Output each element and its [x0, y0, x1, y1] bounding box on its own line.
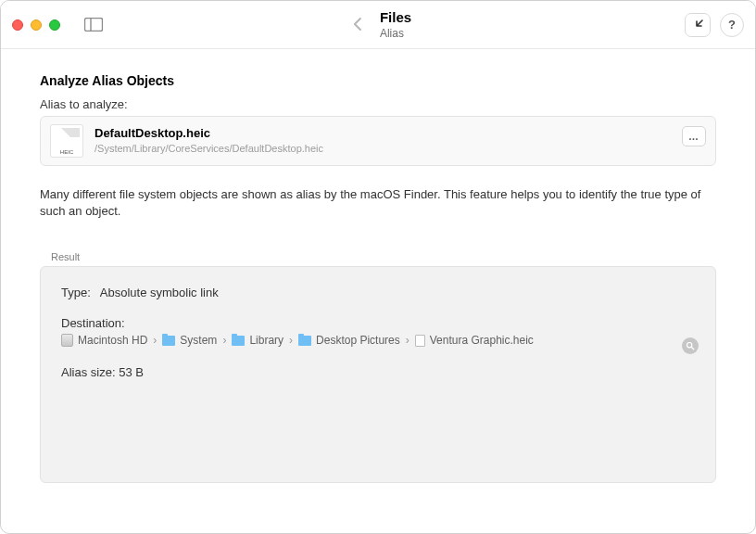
chevron-left-icon — [353, 17, 362, 32]
result-group-label: Result — [51, 251, 716, 262]
breadcrumb-root[interactable]: Macintosh HD — [61, 334, 147, 347]
file-texts: DefaultDesktop.heic /System/Library/Core… — [94, 126, 323, 155]
breadcrumb-file[interactable]: Ventura Graphic.heic — [415, 334, 534, 347]
alias-size-row: Alias size: 53 B — [61, 365, 695, 379]
ellipsis-icon: … — [688, 131, 699, 142]
back-button[interactable] — [345, 11, 371, 37]
type-row: Type: Absolute symbolic link — [61, 286, 695, 299]
file-thumb-label: HEIC — [60, 149, 73, 155]
window-subtitle: Alias — [380, 27, 411, 40]
chevron-right-icon: › — [289, 334, 293, 347]
window-title: Files — [380, 9, 411, 26]
toolbar-right: ? — [685, 13, 744, 37]
reveal-in-finder-button[interactable] — [682, 337, 699, 354]
titlebar: Files Alias ? — [1, 1, 755, 49]
file-icon — [415, 335, 425, 347]
app-window: Files Alias ? Analyze Alias Objects Alia… — [0, 0, 756, 534]
help-button[interactable]: ? — [720, 13, 744, 37]
folder-icon — [232, 336, 245, 346]
destination-row: Destination: Macintosh HD › System › — [61, 316, 695, 347]
result-group: Result Type: Absolute symbolic link Dest… — [40, 251, 716, 483]
chevron-right-icon: › — [153, 334, 157, 347]
folder-icon — [298, 336, 311, 346]
svg-rect-0 — [85, 19, 103, 32]
traffic-lights — [12, 19, 60, 31]
destination-breadcrumb: Macintosh HD › System › Library › — [61, 334, 695, 347]
selected-file-path: /System/Library/CoreServices/DefaultDesk… — [94, 142, 323, 155]
window-minimize-button[interactable] — [31, 19, 42, 31]
content-area: Analyze Alias Objects Alias to analyze: … — [1, 49, 755, 534]
destination-label: Destination: — [61, 316, 695, 330]
svg-line-3 — [691, 348, 694, 350]
result-box: Type: Absolute symbolic link Destination… — [40, 266, 716, 483]
type-value: Absolute symbolic link — [100, 286, 219, 299]
feature-description: Many different file system objects are s… — [40, 186, 707, 220]
title-area: Files Alias — [345, 9, 411, 40]
breadcrumb-label: Ventura Graphic.heic — [430, 334, 534, 347]
breadcrumb-folder[interactable]: Library — [232, 334, 284, 347]
breadcrumb-folder[interactable]: Desktop Pictures — [298, 334, 400, 347]
arrow-down-left-icon — [691, 19, 704, 32]
breadcrumb-label: System — [180, 334, 217, 347]
sidebar-icon — [84, 18, 103, 32]
file-drop-well[interactable]: HEIC DefaultDesktop.heic /System/Library… — [40, 116, 716, 166]
window-close-button[interactable] — [12, 19, 23, 31]
breadcrumb-label: Library — [249, 334, 284, 347]
alias-field-label: Alias to analyze: — [40, 97, 716, 111]
selected-file-name: DefaultDesktop.heic — [94, 126, 323, 142]
chevron-right-icon: › — [222, 334, 226, 347]
chevron-right-icon: › — [406, 334, 410, 347]
alias-size-value: 53 B — [119, 365, 144, 379]
window-fullscreen-button[interactable] — [49, 19, 60, 31]
breadcrumb-label: Desktop Pictures — [316, 334, 400, 347]
toggle-sidebar-button[interactable] — [81, 15, 107, 35]
section-header: Analyze Alias Objects — [40, 73, 716, 88]
question-mark-icon: ? — [728, 18, 736, 32]
file-thumbnail: HEIC — [50, 124, 83, 158]
collapse-button[interactable] — [685, 13, 711, 37]
breadcrumb-folder[interactable]: System — [162, 334, 217, 347]
magnifying-glass-icon — [686, 341, 695, 350]
folder-icon — [162, 336, 175, 346]
alias-size-label: Alias size: — [61, 365, 116, 379]
file-more-button[interactable]: … — [682, 126, 706, 146]
disk-icon — [61, 334, 73, 347]
type-label: Type: — [61, 286, 91, 299]
breadcrumb-label: Macintosh HD — [78, 334, 147, 347]
